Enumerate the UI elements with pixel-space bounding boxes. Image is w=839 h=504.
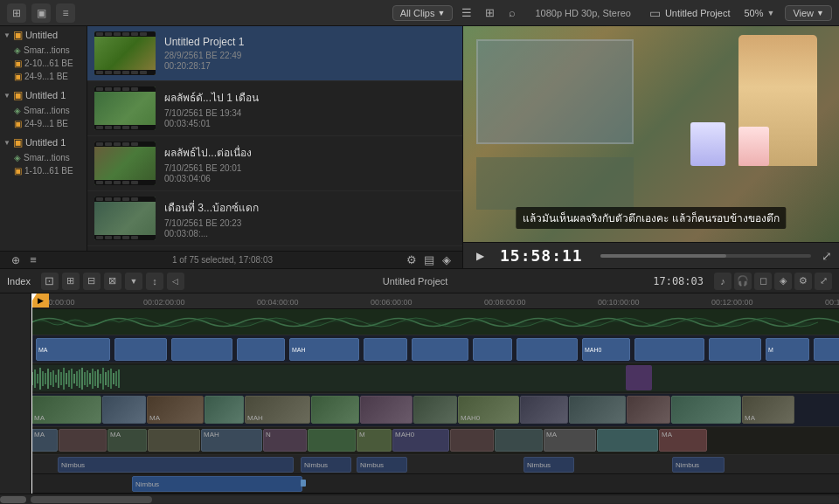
- scroll-left-btn[interactable]: [0, 496, 26, 503]
- thumb-clip-14[interactable]: MA: [742, 396, 794, 424]
- video-clip-3[interactable]: [171, 338, 232, 361]
- video-clip-4[interactable]: [237, 338, 285, 361]
- video-clip-5[interactable]: MAH: [289, 338, 359, 361]
- tl-expand-btn[interactable]: ⤢: [815, 273, 832, 290]
- clip-icon[interactable]: ▣: [31, 3, 51, 23]
- video-clip-2[interactable]: [114, 338, 167, 361]
- clip-r2-14[interactable]: MA: [659, 429, 707, 452]
- status-filter-icon[interactable]: ≡: [24, 252, 42, 269]
- video-clip-13[interactable]: M: [766, 338, 809, 361]
- video-clip-11[interactable]: [634, 338, 704, 361]
- thumb-clip-2[interactable]: [102, 396, 146, 424]
- clip-r2-6[interactable]: N: [263, 429, 307, 452]
- tl-btn-3[interactable]: ⊟: [83, 273, 101, 290]
- clips-list[interactable]: Untitled Project 1 28/9/2561 BE 22:49 00…: [87, 26, 462, 251]
- fullscreen-button[interactable]: ⤢: [822, 249, 832, 263]
- clip-item-3[interactable]: ผลลัพธ์ไป...ต่อเนื่อง 7/10/2561 BE 20:01…: [87, 136, 462, 191]
- thumb-clip-5[interactable]: MAH: [245, 396, 310, 424]
- scroll-thumb[interactable]: [31, 496, 152, 503]
- grid-view-icon[interactable]: ⊞: [481, 4, 498, 22]
- sidebar-item-1-10[interactable]: ▣ 1-10...61 BE: [0, 164, 87, 177]
- clip-item-2[interactable]: ผลลัพธ์ดั...ไป 1 เดือน 7/10/2561 BE 19:3…: [87, 81, 462, 136]
- sidebar-item-24-9[interactable]: ▣ 24-9...1 BE: [0, 70, 87, 83]
- nimbus-selected-clip[interactable]: Nimbus: [132, 476, 302, 492]
- nimbus-clip-3[interactable]: Nimbus: [357, 457, 407, 473]
- clip-r2-2[interactable]: [59, 429, 107, 452]
- clip-r2-12[interactable]: MA: [544, 429, 596, 452]
- video-clip-7[interactable]: [412, 338, 468, 361]
- play-button[interactable]: ▶: [470, 246, 489, 266]
- video-clip-14[interactable]: [814, 338, 839, 361]
- clip-r2-5[interactable]: MAH: [201, 429, 262, 452]
- thumb-clip-13[interactable]: [671, 396, 741, 424]
- video-clip-8[interactable]: [473, 338, 512, 361]
- resize-handle[interactable]: [301, 480, 306, 487]
- clip-item-1[interactable]: Untitled Project 1 28/9/2561 BE 22:49 00…: [87, 26, 462, 81]
- nimbus-clip-2[interactable]: Nimbus: [301, 457, 351, 473]
- expand-icon: ▼: [3, 31, 10, 39]
- tracks-area[interactable]: MA MAH MAH0: [31, 309, 839, 494]
- thumb-clip-3[interactable]: MA: [147, 396, 204, 424]
- sidebar-group-untitled[interactable]: ▼ ▣ Untitled: [0, 26, 87, 44]
- tl-mute-btn[interactable]: ◻: [754, 273, 772, 290]
- sidebar-item-smart1[interactable]: ◈ Smar...tions: [0, 44, 87, 57]
- tl-clip-btn[interactable]: ◈: [774, 273, 792, 290]
- clip-r2-13[interactable]: [597, 429, 658, 452]
- video-clip-10[interactable]: MAH0: [582, 338, 630, 361]
- clip-r2-4[interactable]: [148, 429, 200, 452]
- tl-audio-btn[interactable]: ♪: [714, 273, 732, 290]
- sidebar-item-smart3[interactable]: ◈ Smar...tions: [0, 151, 87, 164]
- status-tag-icon[interactable]: ◈: [438, 252, 455, 269]
- scroll-track[interactable]: [31, 496, 839, 503]
- clip-r2-11[interactable]: [495, 429, 543, 452]
- thumb-clip-10[interactable]: [520, 396, 568, 424]
- search-icon[interactable]: ⌕: [503, 4, 521, 22]
- list-view-icon[interactable]: ☰: [458, 4, 475, 22]
- view-button[interactable]: View ▼: [785, 5, 832, 21]
- tl-btn-arrow[interactable]: ◁: [167, 273, 184, 290]
- timeline-scrollbar[interactable]: [0, 494, 839, 504]
- clip-r2-3[interactable]: MA: [107, 429, 147, 452]
- sidebar-item-24-9-2[interactable]: ▣ 24-9...1 BE: [0, 117, 87, 130]
- clip-r2-8[interactable]: M: [357, 429, 392, 452]
- thumb-clip-7[interactable]: [360, 396, 413, 424]
- playback-progress-bar[interactable]: [600, 254, 811, 258]
- sidebar-group-untitled1[interactable]: ▼ ▣ Untitled 1: [0, 86, 87, 104]
- library-icon[interactable]: ⊞: [7, 3, 26, 23]
- clip-r2-9[interactable]: MAH0: [392, 429, 449, 452]
- tl-btn-transform[interactable]: ↕: [146, 273, 163, 290]
- all-clips-button[interactable]: All Clips ▼: [392, 5, 454, 21]
- video-clip-12[interactable]: [709, 338, 761, 361]
- video-clip-1[interactable]: MA: [36, 338, 110, 361]
- tl-headphones-icon[interactable]: 🎧: [734, 273, 752, 290]
- thumb-clip-8[interactable]: [413, 396, 457, 424]
- status-gear-icon[interactable]: ⚙: [403, 252, 420, 269]
- video-clip-9[interactable]: [517, 338, 578, 361]
- thumb-clip-9[interactable]: MAH0: [458, 396, 519, 424]
- thumb-clip-12[interactable]: [627, 396, 670, 424]
- clip-r2-10[interactable]: [450, 429, 494, 452]
- video-clip-6[interactable]: [364, 338, 407, 361]
- thumb-clip-11[interactable]: [569, 396, 626, 424]
- status-icon[interactable]: ⊕: [7, 252, 24, 269]
- tl-btn-2[interactable]: ⊞: [62, 273, 80, 290]
- thumb-clip-6[interactable]: [311, 396, 359, 424]
- sidebar-group-untitled1b[interactable]: ▼ ▣ Untitled 1: [0, 134, 87, 151]
- tl-btn-1[interactable]: ⊡: [41, 273, 59, 290]
- ruler-mark-2: 00:04:00:00: [257, 298, 299, 307]
- timeline-icon[interactable]: ≡: [56, 3, 75, 23]
- sidebar-item-smart2[interactable]: ◈ Smar...tions: [0, 104, 87, 117]
- sidebar-item-2-10[interactable]: ▣ 2-10...61 BE: [0, 57, 87, 70]
- tl-btn-5[interactable]: ▼: [125, 273, 142, 290]
- thumb-clip-1[interactable]: MA: [31, 396, 101, 424]
- thumb-clip-4[interactable]: [205, 396, 244, 424]
- clip-r2-7[interactable]: [308, 429, 356, 452]
- clip-item-4[interactable]: เดือนที่ 3...บ้อกซ์แดก 7/10/2561 BE 20:2…: [87, 191, 462, 246]
- tl-btn-4[interactable]: ⊠: [104, 273, 121, 290]
- status-expand-icon[interactable]: ▤: [420, 252, 438, 269]
- nimbus-clip-1[interactable]: Nimbus: [58, 457, 294, 473]
- clip-r2-1[interactable]: MA: [31, 429, 58, 452]
- nimbus-clip-5[interactable]: Nimbus: [672, 457, 725, 473]
- nimbus-clip-4[interactable]: Nimbus: [524, 457, 574, 473]
- tl-settings-btn[interactable]: ⚙: [794, 273, 812, 290]
